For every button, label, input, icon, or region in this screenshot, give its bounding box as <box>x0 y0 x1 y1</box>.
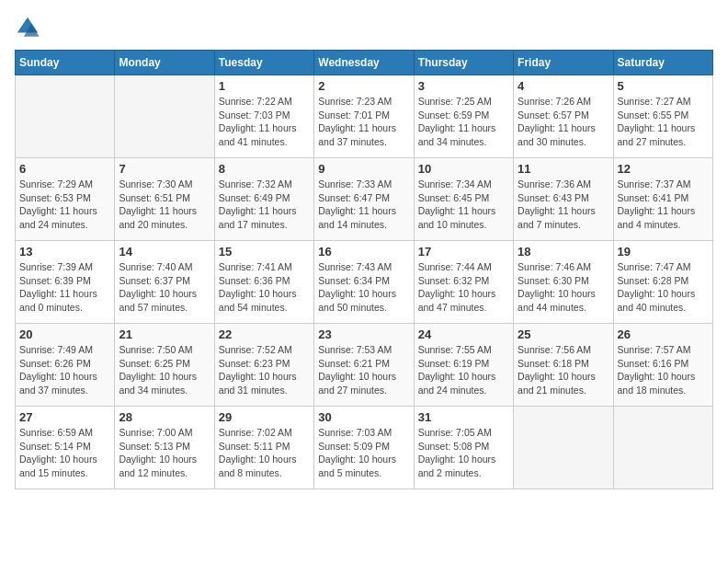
day-number: 16 <box>318 245 409 259</box>
calendar-day-cell: 29Sunrise: 7:02 AMSunset: 5:11 PMDayligh… <box>214 407 313 489</box>
col-thursday: Thursday <box>414 51 513 75</box>
day-number: 22 <box>219 327 310 341</box>
day-number: 15 <box>219 245 310 259</box>
day-number: 11 <box>518 162 609 176</box>
day-detail: Sunrise: 7:41 AMSunset: 6:36 PMDaylight:… <box>219 260 310 315</box>
day-number: 18 <box>518 245 609 259</box>
day-detail: Sunrise: 7:47 AMSunset: 6:28 PMDaylight:… <box>618 260 709 315</box>
day-detail: Sunrise: 7:39 AMSunset: 6:39 PMDaylight:… <box>19 260 110 315</box>
day-detail: Sunrise: 7:02 AMSunset: 5:11 PMDaylight:… <box>219 426 310 480</box>
day-detail: Sunrise: 7:23 AMSunset: 7:01 PMDaylight:… <box>318 95 409 149</box>
calendar-day-cell: 3Sunrise: 7:25 AMSunset: 6:59 PMDaylight… <box>414 75 513 158</box>
calendar-day-cell: 30Sunrise: 7:03 AMSunset: 5:09 PMDayligh… <box>314 407 414 489</box>
calendar-day-cell: 17Sunrise: 7:44 AMSunset: 6:32 PMDayligh… <box>414 241 513 324</box>
day-number: 3 <box>418 79 509 93</box>
day-detail: Sunrise: 7:55 AMSunset: 6:19 PMDaylight:… <box>418 343 509 397</box>
day-number: 30 <box>318 410 409 424</box>
calendar-day-cell: 6Sunrise: 7:29 AMSunset: 6:53 PMDaylight… <box>16 158 115 241</box>
col-sunday: Sunday <box>16 51 115 75</box>
calendar-week-row: 6Sunrise: 7:29 AMSunset: 6:53 PMDaylight… <box>16 158 713 241</box>
calendar-day-cell: 31Sunrise: 7:05 AMSunset: 5:08 PMDayligh… <box>414 407 513 489</box>
calendar-day-cell: 25Sunrise: 7:56 AMSunset: 6:18 PMDayligh… <box>514 324 613 407</box>
day-detail: Sunrise: 7:49 AMSunset: 6:26 PMDaylight:… <box>19 343 110 397</box>
day-number: 17 <box>418 245 509 259</box>
calendar-header: Sunday Monday Tuesday Wednesday Thursday… <box>16 51 713 75</box>
day-number: 7 <box>119 162 210 176</box>
day-number: 31 <box>418 410 509 424</box>
day-detail: Sunrise: 7:50 AMSunset: 6:25 PMDaylight:… <box>119 343 210 397</box>
calendar-day-cell: 2Sunrise: 7:23 AMSunset: 7:01 PMDaylight… <box>314 75 414 158</box>
day-number: 13 <box>19 245 110 259</box>
calendar-day-cell: 18Sunrise: 7:46 AMSunset: 6:30 PMDayligh… <box>514 241 613 324</box>
day-number: 12 <box>618 162 709 176</box>
day-number: 23 <box>318 327 409 341</box>
calendar-week-row: 1Sunrise: 7:22 AMSunset: 7:03 PMDaylight… <box>16 75 713 158</box>
logo-icon <box>15 15 40 40</box>
day-detail: Sunrise: 7:46 AMSunset: 6:30 PMDaylight:… <box>518 260 609 315</box>
day-number: 20 <box>19 327 110 341</box>
calendar-day-cell: 10Sunrise: 7:34 AMSunset: 6:45 PMDayligh… <box>414 158 513 241</box>
day-number: 10 <box>418 162 509 176</box>
col-wednesday: Wednesday <box>314 51 414 75</box>
calendar-day-cell: 16Sunrise: 7:43 AMSunset: 6:34 PMDayligh… <box>314 241 414 324</box>
calendar-day-cell: 14Sunrise: 7:40 AMSunset: 6:37 PMDayligh… <box>115 241 214 324</box>
calendar-day-cell: 23Sunrise: 7:53 AMSunset: 6:21 PMDayligh… <box>314 324 414 407</box>
col-saturday: Saturday <box>613 51 712 75</box>
calendar-day-cell: 12Sunrise: 7:37 AMSunset: 6:41 PMDayligh… <box>613 158 712 241</box>
col-tuesday: Tuesday <box>214 51 313 75</box>
col-friday: Friday <box>514 51 613 75</box>
calendar-day-cell: 27Sunrise: 6:59 AMSunset: 5:14 PMDayligh… <box>16 407 115 489</box>
day-number: 25 <box>518 327 609 341</box>
calendar-day-cell: 28Sunrise: 7:00 AMSunset: 5:13 PMDayligh… <box>115 407 214 489</box>
day-detail: Sunrise: 7:25 AMSunset: 6:59 PMDaylight:… <box>418 95 509 149</box>
day-detail: Sunrise: 7:43 AMSunset: 6:34 PMDaylight:… <box>318 260 409 315</box>
calendar-day-cell: 15Sunrise: 7:41 AMSunset: 6:36 PMDayligh… <box>214 241 313 324</box>
calendar-day-cell: 7Sunrise: 7:30 AMSunset: 6:51 PMDaylight… <box>115 158 214 241</box>
day-number: 14 <box>119 245 210 259</box>
day-detail: Sunrise: 7:36 AMSunset: 6:43 PMDaylight:… <box>518 178 609 232</box>
day-detail: Sunrise: 7:26 AMSunset: 6:57 PMDaylight:… <box>518 95 609 149</box>
day-detail: Sunrise: 7:33 AMSunset: 6:47 PMDaylight:… <box>318 178 409 232</box>
day-detail: Sunrise: 7:34 AMSunset: 6:45 PMDaylight:… <box>418 178 509 232</box>
day-detail: Sunrise: 7:27 AMSunset: 6:55 PMDaylight:… <box>618 95 709 149</box>
calendar-day-cell: 11Sunrise: 7:36 AMSunset: 6:43 PMDayligh… <box>514 158 613 241</box>
day-number: 4 <box>518 79 609 93</box>
day-number: 19 <box>618 245 709 259</box>
day-detail: Sunrise: 7:44 AMSunset: 6:32 PMDaylight:… <box>418 260 509 315</box>
header <box>15 15 713 40</box>
day-detail: Sunrise: 7:52 AMSunset: 6:23 PMDaylight:… <box>219 343 310 397</box>
day-number: 27 <box>19 410 110 424</box>
day-number: 9 <box>318 162 409 176</box>
calendar-week-row: 13Sunrise: 7:39 AMSunset: 6:39 PMDayligh… <box>16 241 713 324</box>
day-number: 8 <box>219 162 310 176</box>
header-row: Sunday Monday Tuesday Wednesday Thursday… <box>16 51 713 75</box>
day-detail: Sunrise: 7:40 AMSunset: 6:37 PMDaylight:… <box>119 260 210 315</box>
day-number: 21 <box>119 327 210 341</box>
day-detail: Sunrise: 7:57 AMSunset: 6:16 PMDaylight:… <box>618 343 709 397</box>
logo <box>15 15 46 40</box>
day-detail: Sunrise: 7:37 AMSunset: 6:41 PMDaylight:… <box>618 178 709 232</box>
calendar-day-cell: 19Sunrise: 7:47 AMSunset: 6:28 PMDayligh… <box>613 241 712 324</box>
day-detail: Sunrise: 6:59 AMSunset: 5:14 PMDaylight:… <box>19 426 110 480</box>
col-monday: Monday <box>115 51 214 75</box>
day-detail: Sunrise: 7:56 AMSunset: 6:18 PMDaylight:… <box>518 343 609 397</box>
calendar-day-cell: 24Sunrise: 7:55 AMSunset: 6:19 PMDayligh… <box>414 324 513 407</box>
day-number: 6 <box>19 162 110 176</box>
calendar-day-cell: 8Sunrise: 7:32 AMSunset: 6:49 PMDaylight… <box>214 158 313 241</box>
day-number: 28 <box>119 410 210 424</box>
calendar-body: 1Sunrise: 7:22 AMSunset: 7:03 PMDaylight… <box>16 75 713 489</box>
day-number: 5 <box>618 79 709 93</box>
day-detail: Sunrise: 7:05 AMSunset: 5:08 PMDaylight:… <box>418 426 509 480</box>
day-detail: Sunrise: 7:32 AMSunset: 6:49 PMDaylight:… <box>219 178 310 232</box>
day-number: 24 <box>418 327 509 341</box>
calendar-day-cell: 26Sunrise: 7:57 AMSunset: 6:16 PMDayligh… <box>613 324 712 407</box>
calendar-week-row: 27Sunrise: 6:59 AMSunset: 5:14 PMDayligh… <box>16 407 713 489</box>
day-number: 1 <box>219 79 310 93</box>
day-detail: Sunrise: 7:00 AMSunset: 5:13 PMDaylight:… <box>119 426 210 480</box>
calendar-day-cell: 4Sunrise: 7:26 AMSunset: 6:57 PMDaylight… <box>514 75 613 158</box>
calendar-day-cell: 21Sunrise: 7:50 AMSunset: 6:25 PMDayligh… <box>115 324 214 407</box>
calendar-day-cell: 13Sunrise: 7:39 AMSunset: 6:39 PMDayligh… <box>16 241 115 324</box>
calendar-day-cell <box>514 407 613 489</box>
calendar-day-cell: 1Sunrise: 7:22 AMSunset: 7:03 PMDaylight… <box>214 75 313 158</box>
calendar-day-cell: 9Sunrise: 7:33 AMSunset: 6:47 PMDaylight… <box>314 158 414 241</box>
